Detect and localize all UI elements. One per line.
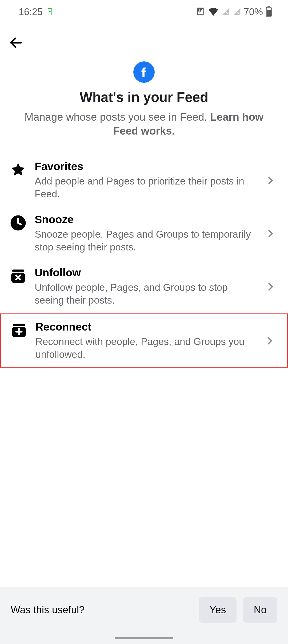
charging-icon	[47, 8, 52, 16]
facebook-logo	[133, 61, 155, 83]
option-title: Unfollow	[35, 266, 257, 279]
status-bar: 16:25	[0, 0, 288, 24]
feed-options-list: Favorites Add people and Pages to priori…	[0, 154, 288, 368]
feedback-bar: Was this useful? Yes No	[0, 587, 288, 644]
svg-rect-13	[13, 324, 25, 326]
page-header: What's in your Feed Manage whose posts y…	[0, 61, 288, 138]
chevron-right-icon	[265, 228, 278, 239]
option-desc: Reconnect with people, Pages, and Groups…	[35, 335, 256, 361]
option-favorites[interactable]: Favorites Add people and Pages to priori…	[0, 154, 288, 207]
battery-percent: 70%	[244, 6, 263, 18]
box-x-icon	[10, 268, 27, 285]
feedback-yes-button[interactable]: Yes	[199, 597, 237, 623]
battery-icon	[266, 6, 272, 18]
wifi-icon	[208, 7, 219, 17]
option-title: Favorites	[35, 160, 257, 173]
signal-disabled-icon-2	[233, 7, 241, 17]
status-time: 16:25	[19, 6, 43, 18]
option-desc: Add people and Pages to prioritize their…	[35, 175, 257, 201]
home-indicator[interactable]	[115, 637, 173, 639]
option-desc: Snooze people, Pages and Groups to tempo…	[35, 228, 257, 254]
back-button[interactable]	[8, 35, 24, 51]
option-reconnect[interactable]: Reconnect Reconnect with people, Pages, …	[0, 313, 288, 368]
feedback-prompt: Was this useful?	[11, 604, 85, 616]
chevron-right-icon	[264, 335, 278, 346]
svg-rect-6	[267, 10, 271, 16]
chevron-right-icon	[265, 281, 278, 292]
box-plus-icon	[10, 322, 27, 339]
feedback-no-button[interactable]: No	[243, 597, 277, 623]
chevron-right-icon	[265, 175, 278, 186]
option-title: Snooze	[35, 213, 257, 226]
page-title: What's in your Feed	[13, 89, 275, 105]
star-icon	[10, 161, 27, 178]
option-title: Reconnect	[35, 321, 256, 333]
option-snooze[interactable]: Snooze Snooze people, Pages and Groups t…	[0, 207, 288, 260]
svg-rect-9	[12, 270, 25, 272]
signal-disabled-icon-1	[221, 7, 230, 17]
option-unfollow[interactable]: Unfollow Unfollow people, Pages, and Gro…	[0, 260, 288, 313]
clock-icon	[10, 214, 27, 231]
page-subtitle: Manage whose posts you see in Feed. Lear…	[13, 110, 275, 138]
nfc-icon	[195, 6, 205, 18]
option-desc: Unfollow people, Pages, and Groups to st…	[35, 281, 257, 307]
subtitle-text: Manage whose posts you see in Feed.	[25, 111, 210, 123]
svg-rect-1	[49, 8, 51, 9]
